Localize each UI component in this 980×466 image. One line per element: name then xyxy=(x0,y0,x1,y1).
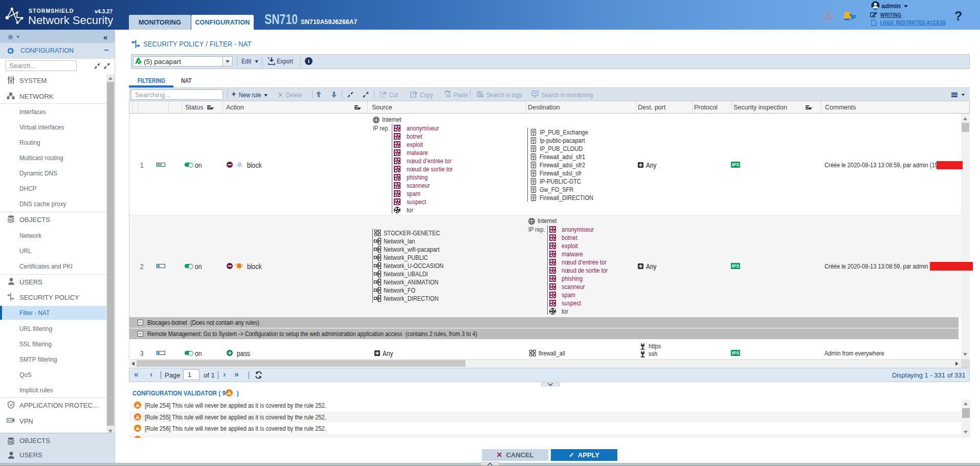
svg-text:”: ” xyxy=(268,56,270,61)
